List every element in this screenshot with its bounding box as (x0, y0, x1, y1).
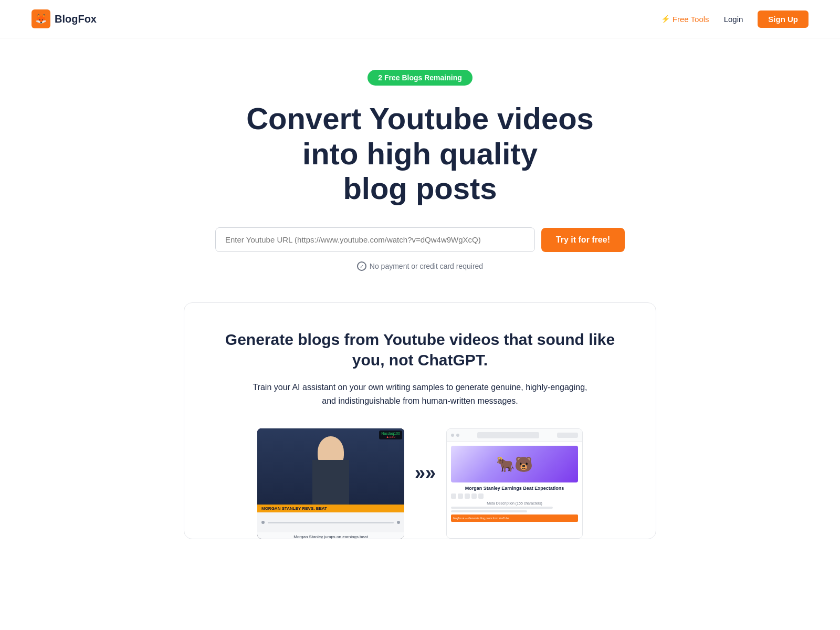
feature-demo: Nasdaq100 ▲1.60 MORGAN STANLEY REVS. BEA… (216, 428, 624, 539)
blog-img-inner: 🐂🐻 (451, 446, 578, 482)
try-free-button[interactable]: Try it for free! (541, 228, 625, 252)
preview-toolbar (557, 433, 578, 438)
video-controls-bar (257, 512, 404, 532)
nav-area: ⚡ Free Tools Login Sign Up (661, 10, 808, 28)
news-anchor-bg (257, 428, 404, 512)
feature-card: Generate blogs from Youtube videos that … (184, 302, 656, 539)
blog-preview: 🐂🐻 Morgan Stanley Earnings Beat Expectat… (446, 428, 583, 539)
no-payment-note: ✓ No payment or credit card required (357, 261, 483, 271)
logo-icon: 🦊 (32, 9, 50, 28)
video-thumbnail: Nasdaq100 ▲1.60 MORGAN STANLEY REVS. BEA… (257, 428, 404, 539)
toolbar-btn-2 (458, 494, 463, 499)
url-input-area: Try it for free! (215, 227, 625, 252)
no-payment-text: No payment or credit card required (370, 262, 483, 270)
free-tools-link[interactable]: ⚡ Free Tools (661, 15, 709, 24)
blog-title-text: Morgan Stanley Earnings Beat Expectation… (451, 486, 578, 491)
video-progress-bar (268, 522, 394, 523)
blog-content-line-2 (451, 510, 527, 512)
preview-dot-2 (456, 434, 459, 437)
toolbar-btn-1 (451, 494, 456, 499)
main-content: 2 Free Blogs Remaining Convert Youtube v… (0, 38, 840, 539)
video-inner: Nasdaq100 ▲1.60 MORGAN STANLEY REVS. BEA… (257, 428, 404, 512)
stock-value: ▲1.60 (381, 435, 400, 438)
toolbar-btn-4 (471, 494, 477, 499)
logo-emoji: 🦊 (35, 13, 47, 25)
free-blogs-badge: 2 Free Blogs Remaining (368, 70, 472, 86)
blog-image: 🐂🐻 (451, 446, 578, 482)
preview-url-bar (477, 432, 539, 438)
header: 🦊 BlogFox ⚡ Free Tools Login Sign Up (0, 0, 840, 38)
nasdaq-label: Nasdaq100 (381, 432, 400, 435)
blog-meta-label: Meta Description (155 characters) (451, 501, 578, 505)
feature-subtitle: Train your AI assistant on your own writ… (247, 381, 593, 407)
login-link[interactable]: Login (724, 15, 743, 24)
ticker-bar: MORGAN STANLEY REVS. BEAT (257, 505, 404, 512)
nasdaq-overlay: Nasdaq100 ▲1.60 (379, 430, 402, 439)
toolbar-btn-5 (478, 494, 484, 499)
signup-button[interactable]: Sign Up (758, 10, 808, 28)
video-caption: Morgan Stanley jumps on earnings beat (257, 532, 404, 539)
logo-text: BlogFox (55, 13, 97, 25)
blog-preview-body: 🐂🐻 Morgan Stanley Earnings Beat Expectat… (447, 442, 582, 526)
bull-bear-icon: 🐂🐻 (496, 456, 533, 473)
blog-toolbar (451, 494, 578, 499)
hero-title: Convert Youtube videos into high quality… (215, 101, 625, 206)
ctrl-dot-1 (261, 521, 265, 524)
ctrl-dot-2 (397, 521, 400, 524)
youtube-url-input[interactable] (215, 227, 535, 252)
free-tools-label: Free Tools (673, 15, 709, 24)
feature-title: Generate blogs from Youtube videos that … (216, 329, 624, 370)
ticker-text: MORGAN STANLEY REVS. BEAT (261, 506, 327, 511)
publish-bar-text: blogfox.ai — Generate blog posts from Yo… (453, 517, 509, 520)
arrow-right-icon: »» (415, 462, 436, 505)
logo-area: 🦊 BlogFox (32, 9, 97, 28)
bolt-icon: ⚡ (661, 15, 670, 23)
hero-title-line1: Convert Youtube videos into high quality (246, 101, 594, 171)
check-circle-icon: ✓ (357, 261, 366, 271)
toolbar-btn-3 (465, 494, 470, 499)
blog-content-line-1 (451, 507, 553, 509)
hero-title-line2: blog posts (343, 171, 497, 205)
preview-dot-1 (451, 434, 454, 437)
blog-preview-header (447, 429, 582, 442)
blog-publish-bar: blogfox.ai — Generate blog posts from Yo… (451, 514, 578, 522)
